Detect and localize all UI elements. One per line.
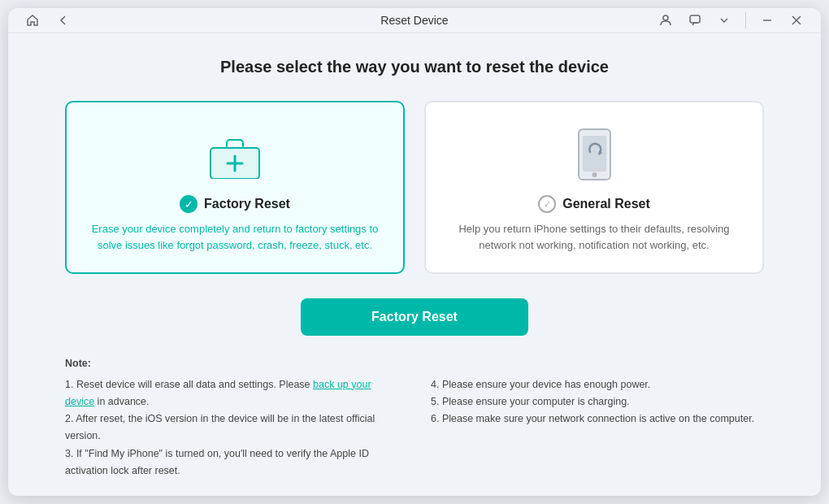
note-item-2: 2. After reset, the iOS version in the d… <box>65 411 398 445</box>
general-reset-card[interactable]: ✓ General Reset Help you return iPhone s… <box>424 101 764 274</box>
close-button[interactable] <box>785 9 808 32</box>
general-reset-check: ✓ <box>538 195 556 213</box>
chat-button[interactable] <box>684 9 706 32</box>
note-item-1: 1. Reset device will erase all data and … <box>65 376 398 411</box>
factory-reset-title-row: ✓ Factory Reset <box>180 195 290 213</box>
note-item-6: 6. Please make sure your network connect… <box>431 411 764 428</box>
minimize-button[interactable] <box>756 9 779 32</box>
user-button[interactable] <box>654 9 677 32</box>
general-reset-desc: Help you return iPhone settings to their… <box>445 221 743 253</box>
general-reset-title: General Reset <box>562 197 650 211</box>
notes-right: 4. Please ensure your device has enough … <box>431 376 764 480</box>
note-item-5: 5. Please ensure your computer is chargi… <box>431 393 764 411</box>
home-button[interactable] <box>21 9 44 32</box>
action-button[interactable]: Factory Reset <box>301 298 528 336</box>
cards-row: ✓ Factory Reset Erase your device comple… <box>65 101 764 274</box>
factory-reset-check: ✓ <box>180 195 197 213</box>
svg-rect-1 <box>690 15 700 23</box>
titlebar-separator <box>745 12 746 28</box>
notes-columns: 1. Reset device will erase all data and … <box>65 376 764 480</box>
factory-reset-desc: Erase your device completely and return … <box>86 221 384 253</box>
note-item-4: 4. Please ensure your device has enough … <box>431 376 764 393</box>
titlebar-left <box>21 9 75 32</box>
svg-point-0 <box>663 15 668 20</box>
factory-reset-title: Factory Reset <box>204 197 290 211</box>
titlebar-right <box>654 9 808 32</box>
notes-left: 1. Reset device will erase all data and … <box>65 376 398 480</box>
factory-reset-icon <box>206 125 264 184</box>
note-item-3: 3. If "Find My iPhone" is turned on, you… <box>65 445 398 480</box>
notes-title: Note: <box>65 355 764 372</box>
general-reset-title-row: ✓ General Reset <box>538 195 650 213</box>
factory-reset-card[interactable]: ✓ Factory Reset Erase your device comple… <box>65 101 405 274</box>
svg-point-7 <box>592 172 597 177</box>
general-reset-icon <box>565 125 623 184</box>
window-title: Reset Device <box>380 14 448 27</box>
main-content: Please select the way you want to reset … <box>8 33 821 496</box>
dropdown-button[interactable] <box>713 9 736 32</box>
notes-section: Note: 1. Reset device will erase all dat… <box>65 355 764 480</box>
main-window: Reset Device <box>8 8 821 496</box>
svg-rect-6 <box>583 136 606 172</box>
page-title: Please select the way you want to reset … <box>220 58 609 76</box>
back-button[interactable] <box>52 9 75 32</box>
titlebar: Reset Device <box>8 8 821 33</box>
